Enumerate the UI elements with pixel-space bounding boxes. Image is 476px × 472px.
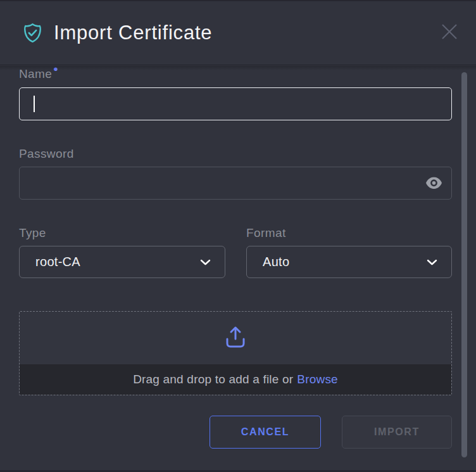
cancel-button[interactable]: CANCEL xyxy=(210,416,321,449)
dropzone-caption: Drag and drop to add a file or Browse xyxy=(20,364,451,395)
password-field-wrap xyxy=(19,161,452,200)
footer-actions: CANCEL IMPORT xyxy=(19,416,452,449)
name-label: Name• xyxy=(19,65,452,81)
selects-row: root-CA Auto xyxy=(19,246,452,278)
text-caret xyxy=(34,96,35,112)
import-button[interactable]: IMPORT xyxy=(342,416,452,449)
name-input[interactable] xyxy=(19,87,452,120)
modal-body: Name• Password Type xyxy=(0,65,476,449)
chevron-down-icon xyxy=(200,259,211,265)
type-label: Type xyxy=(19,226,246,240)
name-field-wrap xyxy=(19,81,452,120)
dropzone-prompt: Drag and drop to add a file or xyxy=(133,373,293,386)
file-dropzone[interactable]: Drag and drop to add a file or Browse xyxy=(19,311,452,395)
type-select-value: root-CA xyxy=(35,255,80,269)
vertical-scrollbar-thumb[interactable] xyxy=(461,72,467,457)
modal-header: Import Certificate xyxy=(0,1,476,65)
close-icon[interactable] xyxy=(440,22,459,41)
eye-icon[interactable] xyxy=(423,174,444,191)
type-select[interactable]: root-CA xyxy=(19,246,225,278)
password-label: Password xyxy=(19,147,452,161)
browse-link[interactable]: Browse xyxy=(297,373,338,386)
format-select[interactable]: Auto xyxy=(246,246,452,278)
password-input[interactable] xyxy=(19,167,452,200)
import-certificate-dialog: Import Certificate Name• Password xyxy=(0,0,476,472)
format-label: Format xyxy=(246,226,286,240)
shield-check-icon xyxy=(22,22,43,44)
upload-icon xyxy=(225,325,246,351)
dialog-title: Import Certificate xyxy=(54,22,212,44)
selects-labels-row: Type Format xyxy=(19,226,452,240)
chevron-down-icon xyxy=(427,259,437,265)
modal: Import Certificate Name• Password xyxy=(0,1,476,470)
format-select-value: Auto xyxy=(263,255,289,269)
